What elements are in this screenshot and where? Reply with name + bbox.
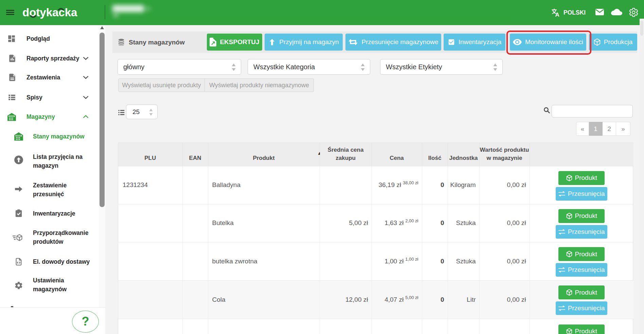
svg-text:A: A xyxy=(555,12,559,17)
